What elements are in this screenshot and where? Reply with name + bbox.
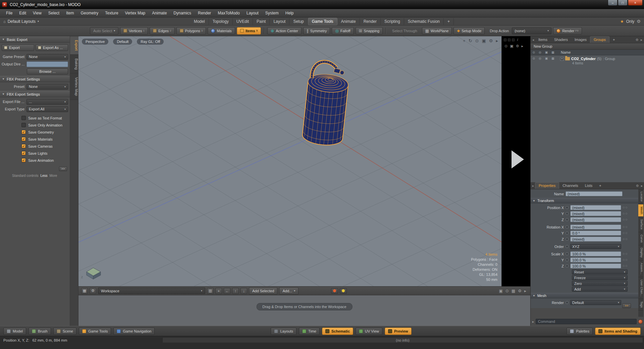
order-dropdown[interactable]: XYZ ▾ [570,244,621,249]
save-geometry-checkbox[interactable] [21,130,26,134]
output-dir-field[interactable] [26,61,68,67]
command-history-button[interactable] [638,319,643,324]
save-lights-checkbox[interactable] [21,151,26,155]
only-label[interactable]: Only [626,19,635,24]
save-materials-row[interactable]: Save Materials [0,136,70,143]
tab-channels[interactable]: Channels [559,183,581,189]
schematic-zoom-icon[interactable]: ⊙ [505,289,509,293]
palette-brush-button[interactable]: Brush [29,328,51,335]
save-as-text-row[interactable]: Save as Text Format [0,114,70,121]
expander-icon[interactable]: + [560,57,564,61]
tab-animate[interactable]: Animate [337,18,360,25]
palette-game-navigation-button[interactable]: Game Navigation [113,328,155,335]
visibility-column-icon[interactable]: ⊙ [532,51,535,54]
preview-settings-icon[interactable]: ⚙ [516,44,519,48]
add-button[interactable]: Add ▾ [572,287,628,292]
tab-lists[interactable]: Lists [582,183,596,189]
tab-shaders[interactable]: Shaders [551,37,571,43]
setup-mode-button[interactable]: ◆ Setup Mode [453,27,485,35]
align-icon[interactable]: + [215,288,222,294]
viewport-3d[interactable]: Perspective Default Ray GL: Off + ↻ ⊙ ▣ … [78,36,501,286]
workplane-button[interactable]: ▦ WorkPlane [422,27,452,35]
lock-column-icon[interactable]: ▣ [545,51,548,54]
list-settings-icon[interactable]: ⚙ [636,38,639,42]
star-icon[interactable]: ★ [620,19,624,24]
scale-x-field[interactable]: 100.0 % [570,251,621,256]
add-selected-button[interactable]: Add Selected [249,287,277,295]
preview-more-icon[interactable]: ▸ [522,44,524,48]
tab-game-tools[interactable]: Game Tools [308,18,337,25]
export-type-dropdown[interactable]: Export All ▾ [26,106,68,112]
visibility-eye-icon[interactable]: ⊙ [532,57,535,65]
action-center-button[interactable]: ⊕ Action Center [267,27,302,35]
tab-export-vertical[interactable]: Export [70,36,78,55]
side-tab-mesh[interactable]: Mesh [638,204,643,217]
menu-select[interactable]: Select [45,10,63,16]
materials-mode-button[interactable]: Materials [208,27,235,35]
add-dropdown-button[interactable]: Add... ▾ [279,287,299,295]
transform-section-header[interactable]: ▼ Transform [531,198,639,203]
palette-schematic-button[interactable]: Schematic [322,328,353,335]
pan-icon[interactable]: + [463,38,466,43]
basic-export-header[interactable]: ▼ Basic Export [0,36,70,43]
menu-vertex-map[interactable]: Vertex Map [122,10,149,16]
menu-animate[interactable]: Animate [149,10,170,16]
menu-file[interactable]: File [3,10,16,16]
props-scroll-icon[interactable]: ▸ [531,184,535,189]
export-as-button[interactable]: Export As ... [36,44,68,51]
palette-uv-view-button[interactable]: UV View [356,328,382,335]
palette-time-button[interactable]: Time [299,328,320,335]
palette-preview-button[interactable]: Preview [385,328,412,335]
tab-model[interactable]: Model [190,18,209,25]
channel-dot-icon[interactable] [566,232,569,235]
channel-dot-icon[interactable] [566,245,569,248]
mesh-render-dropdown[interactable]: Default ▾ [570,300,621,305]
save-animation-row[interactable]: Save Animation [0,157,70,164]
close-button[interactable]: × [628,0,643,6]
lock-toggle-icon[interactable]: ▣ [545,57,548,65]
tab-uvedit[interactable]: UVEdit [233,18,253,25]
panel-dot-icon[interactable] [508,39,511,41]
preview-zoom-icon[interactable]: ⊙ [504,44,507,48]
side-tab-assembly[interactable]: Assem... [638,260,643,277]
schematic-settings-icon[interactable]: ⚙ [90,288,96,294]
fbx-preset-header[interactable]: ▼ FBX Preset Settings [0,76,70,82]
menu-system[interactable]: System [262,10,282,16]
save-geometry-row[interactable]: Save Geometry [0,129,70,136]
new-group-button[interactable]: New Group [531,43,644,50]
panel-dot-icon[interactable] [512,39,515,41]
link-color-toggle-yellow[interactable] [340,288,347,294]
minimize-button[interactable]: – [608,0,618,6]
zero-button[interactable]: Zero ▾ [572,281,628,286]
schematic-fit-icon[interactable]: ▦ [512,289,515,293]
palette-items-shading-button[interactable]: Items and Shading [595,328,641,335]
render-column-icon[interactable]: ◎ [539,51,541,54]
mesh-section-header[interactable]: ▼ Mesh [531,293,639,298]
edges-mode-button[interactable]: Edges 2 [150,27,175,35]
save-as-text-checkbox[interactable] [21,116,26,120]
save-animation-checkbox[interactable] [21,158,26,162]
channel-dot-icon[interactable] [566,226,569,229]
maximize-viewport-icon[interactable]: ▣ [482,38,486,43]
props-more-icon[interactable]: ▸ [641,184,643,188]
viewport-settings-icon[interactable]: ⚙ [489,38,493,43]
maximize-button[interactable]: □ [618,0,628,6]
workspace-dropdown[interactable]: Workspace ▾ [98,288,205,294]
menu-layout[interactable]: Layout [243,10,262,16]
polygons-mode-button[interactable]: Polygons 3 [176,27,206,35]
tab-add-list[interactable]: + [609,37,618,43]
scale-z-field[interactable]: 100.0 % [570,263,621,268]
save-only-animation-checkbox[interactable] [21,123,26,127]
menu-dynamics[interactable]: Dynamics [170,10,195,16]
info-icon[interactable]: i [517,38,518,42]
scroll-left-icon[interactable]: ◂ [531,38,535,43]
tab-vertex-map-vertical[interactable]: Vertex Map [70,73,78,100]
channel-dot-icon[interactable] [566,301,569,304]
items-mode-button[interactable]: Items 5 [237,27,261,35]
tab-topology[interactable]: Topology [209,18,233,25]
viewport-style-button[interactable]: Perspective [82,39,108,45]
save-cameras-checkbox[interactable] [21,144,26,148]
channel-dot-icon[interactable] [566,258,569,261]
tab-schematic-fusion[interactable]: Schematic Fusion [404,18,444,25]
expand-controls-button[interactable]: >> [59,166,67,171]
